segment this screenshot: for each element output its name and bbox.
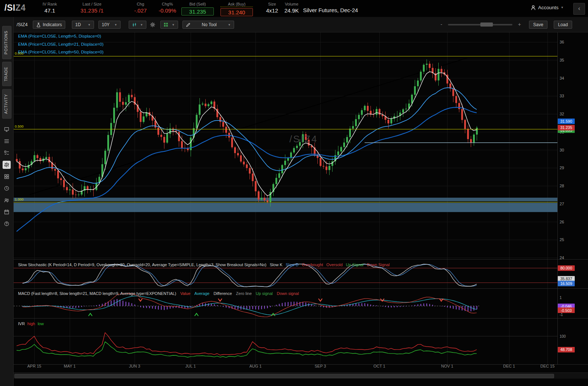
sidebar-icons	[0, 125, 13, 228]
ask-label: Ask (Buy)	[220, 2, 253, 7]
bid-button[interactable]: 31.235	[181, 7, 214, 15]
save-button[interactable]: Save	[529, 21, 547, 29]
macd-legend[interactable]: MACD (Fast length=8, Slow length=21, MAC…	[18, 291, 299, 296]
horizontal-scrollbar[interactable]	[14, 372, 588, 379]
x-axis-label: JUL 1	[185, 364, 196, 368]
x-axis-label: JUN 3	[129, 364, 140, 368]
ema5-legend[interactable]: EMA (Price=CLOSE, Length=5, Displace=0)	[18, 34, 101, 38]
chart-icon[interactable]	[3, 161, 11, 169]
ema21-legend[interactable]: EMA (Price=CLOSE, Length=21, Displace=0)	[18, 42, 104, 46]
flask-icon	[36, 22, 41, 27]
x-axis-label: DEC 15	[540, 364, 555, 368]
range-dropdown[interactable]: 10Y ▼	[98, 21, 121, 29]
list-icon[interactable]	[3, 137, 11, 145]
axis-value-box: -0.503	[558, 307, 575, 313]
chart-style-dropdown[interactable]: ▼	[129, 21, 146, 29]
price-axis[interactable]: 36353433323130292827262524	[560, 40, 564, 260]
save-label: Save	[533, 22, 543, 27]
chevron-down-icon: ▼	[172, 23, 175, 27]
macd-axis-top: 1	[560, 296, 562, 300]
macd-axis-bottom: -1	[560, 313, 563, 317]
volume-value: 24.9K	[284, 7, 299, 14]
sidebar-tab-activity[interactable]: ACTIVITY	[2, 89, 11, 119]
macd-title: MACD (Fast length=8, Slow length=21, MAC…	[18, 291, 176, 296]
load-button[interactable]: Load	[554, 21, 572, 29]
x-axis-label: NOV 1	[441, 364, 453, 368]
calendar-icon[interactable]	[3, 208, 11, 216]
zoom-out-button[interactable]: -	[441, 21, 442, 27]
x-axis-label: AUG 1	[249, 364, 261, 368]
symbol-main: /SI	[4, 3, 15, 13]
symbol-logo: /SIZ4	[4, 3, 25, 13]
price-tick-label: 24	[560, 255, 564, 260]
stat-size: Size 4x12	[263, 2, 281, 14]
stochastic-legend[interactable]: Slow Stochastic (K Period=14, D Period=9…	[18, 262, 390, 267]
grid-layout-dropdown[interactable]: ▼	[160, 21, 178, 29]
timeframe-value: 1D	[75, 22, 81, 27]
axis-value-box: 35.837	[558, 276, 575, 282]
ivr-legend[interactable]: IVR highlow	[18, 321, 44, 326]
symbol-sub: Z4	[15, 3, 26, 13]
people-icon[interactable]	[3, 196, 11, 204]
sidebar-tab-positions[interactable]: POSITIONS	[2, 26, 11, 59]
zoom-in-button[interactable]: +	[518, 21, 521, 27]
ivr-panel	[14, 333, 557, 357]
accounts-menu[interactable]: Accounts ▼	[530, 5, 564, 10]
header: /SIZ4 IV Rank 47.1 Last / Size 31.235 /1…	[0, 0, 588, 17]
chg-pct-value: -0.09%	[159, 7, 176, 14]
axis-value-box: 16.509	[558, 281, 575, 286]
timeframe-dropdown[interactable]: 1D ▼	[72, 21, 94, 29]
sidebar-tab-trade[interactable]: TRADE	[2, 62, 11, 86]
indicators-label: Indicators	[43, 22, 62, 27]
macd-panel	[14, 293, 480, 317]
chart-canvas[interactable]: 0.0000.5001.000/SIZ436353433323130292827…	[14, 32, 588, 386]
price-tick-label: 36	[560, 40, 564, 44]
legend-item: Down signal	[277, 291, 299, 296]
price-tick-label: 26	[560, 220, 564, 224]
size-label: Size	[263, 2, 281, 6]
chart-svg-host: 0.0000.5001.000/SIZ436353433323130292827…	[14, 32, 588, 371]
legend-item: Up Signal	[346, 262, 363, 267]
clock-icon[interactable]	[3, 184, 11, 192]
chart-settings-button[interactable]	[149, 21, 157, 29]
svg-text:31.590: 31.590	[560, 119, 572, 124]
instrument-name: Silver Futures, Dec-24	[303, 7, 358, 13]
monitor-icon[interactable]	[3, 125, 11, 133]
price-tick-label: 27	[560, 202, 564, 206]
macd-average-line	[22, 296, 477, 315]
range-value: 10Y	[102, 22, 109, 27]
axis-value-box: 48.708	[558, 347, 575, 352]
drawing-tool-value: No Tool	[202, 22, 216, 27]
fib-label: 1.000	[15, 197, 24, 201]
svg-text:16.509: 16.509	[560, 281, 572, 286]
checklist-icon[interactable]	[3, 149, 11, 157]
stat-last-size: Last / Size 31.235 /1	[71, 2, 113, 14]
apps-icon[interactable]	[3, 173, 11, 181]
ivr-low-line	[17, 342, 477, 358]
help-icon[interactable]	[3, 220, 11, 228]
stochastic-title: Slow Stochastic (K Period=14, D Period=9…	[18, 262, 267, 267]
ema50-legend[interactable]: EMA (Price=CLOSE, Length=50, Displace=0)	[18, 50, 104, 54]
legend-item: Value	[180, 291, 190, 296]
ivr-title: IVR	[18, 321, 25, 326]
chevron-down-icon: ▼	[88, 23, 91, 27]
price-tick-label: 33	[560, 94, 564, 98]
legend-item: Up signal	[256, 291, 273, 296]
drawing-tool-dropdown[interactable]: No Tool ▼	[182, 21, 234, 29]
collapse-right-rail-button[interactable]: ‹	[573, 3, 585, 15]
trendline[interactable]	[29, 58, 467, 195]
ask-button[interactable]: 31.240	[220, 8, 253, 16]
legend-item: Slow K	[270, 262, 282, 267]
scrollbar-thumb[interactable]	[14, 374, 554, 378]
indicators-button[interactable]: Indicators	[33, 21, 65, 29]
chg-label: Chg	[129, 2, 152, 6]
zoom-slider[interactable]	[448, 24, 512, 25]
chg-pct-label: Chg%	[154, 2, 181, 6]
left-rail: POSITIONSTRADEACTIVITY	[0, 17, 14, 386]
iv-rank-value: 47.1	[44, 7, 55, 14]
zoom-slider-thumb[interactable]	[480, 22, 493, 27]
chevron-down-icon: ▼	[228, 23, 231, 27]
app-window: /SIZ4 IV Rank 47.1 Last / Size 31.235 /1…	[0, 0, 588, 386]
volume-label: Volume	[282, 2, 302, 6]
pencil-icon	[186, 22, 191, 27]
